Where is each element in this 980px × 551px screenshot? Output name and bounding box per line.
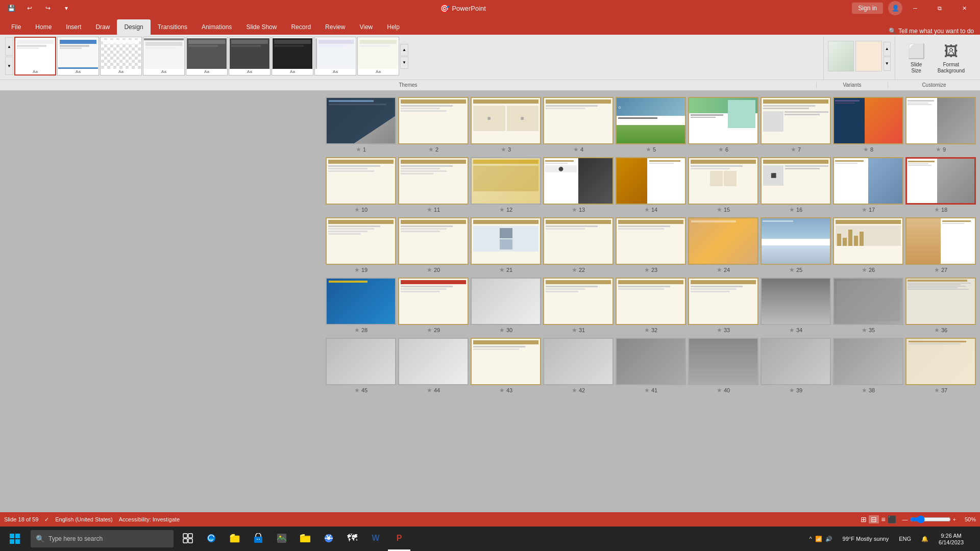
slide-item-21[interactable]: ★ 21 [471, 217, 541, 273]
zoom-slider[interactable] [910, 515, 951, 523]
tab-insert[interactable]: Insert [59, 19, 88, 35]
language-status[interactable]: English (United States) [55, 516, 113, 522]
taskbar-search[interactable]: 🔍 Type here to search [31, 530, 174, 547]
input-indicator[interactable]: ENG [895, 536, 915, 542]
themes-scroll-down[interactable]: ▼ [5, 57, 13, 75]
tab-design[interactable]: Design [117, 19, 150, 35]
tab-help[interactable]: Help [380, 19, 407, 35]
slide-item-10[interactable]: ★ 10 [326, 157, 396, 213]
slide-item-13[interactable]: ⚫ ★ 13 [543, 157, 614, 213]
slide-item-28[interactable]: ★ 28 [326, 278, 396, 334]
slide-item-38[interactable]: ★ 38 [833, 338, 903, 394]
slide-item-22[interactable]: ★ 22 [543, 217, 614, 273]
save-button[interactable]: 💾 [4, 1, 18, 15]
minimize-button[interactable]: ─ [903, 0, 927, 16]
restore-button[interactable]: ⧉ [928, 0, 951, 16]
spell-check-status[interactable]: ✓ [44, 516, 49, 523]
slide-item-3[interactable]: ▦ ▦ ★ 3 [471, 97, 541, 153]
slide-item-36[interactable]: ★ 36 [905, 278, 976, 334]
slide-size-button[interactable]: ⬜ SlideSize [903, 41, 929, 76]
file-explorer-button[interactable] [294, 527, 316, 551]
format-background-button[interactable]: 🖼 FormatBackground [934, 41, 969, 76]
theme-item-3[interactable]: Aa [100, 37, 142, 76]
slide-item-6[interactable]: ★ 6 [688, 97, 758, 153]
variant-item-1[interactable] [828, 41, 854, 71]
variants-down[interactable]: ▼ [884, 57, 891, 71]
customize-quick-access-button[interactable]: ▾ [59, 1, 74, 15]
theme-item-6[interactable]: Aa [229, 37, 271, 76]
view-slide-sorter-button[interactable]: ⊟ [869, 515, 879, 523]
start-button[interactable] [2, 527, 28, 551]
store-button[interactable] [247, 527, 270, 551]
theme-item-7[interactable]: Aa [272, 37, 313, 76]
slide-sorter[interactable]: ★ 9 ★ 8 [0, 91, 980, 512]
slide-item-2[interactable]: ★ 2 [398, 97, 469, 153]
slide-item-26[interactable]: ★ 26 [833, 217, 903, 273]
edge-button[interactable] [200, 527, 223, 551]
slide-item-14[interactable]: ★ 14 [616, 157, 686, 213]
sign-in-button[interactable]: Sign in [852, 3, 883, 14]
slide-item-34[interactable]: ★ 34 [761, 278, 831, 334]
variant-item-2[interactable] [855, 41, 882, 71]
slide-item-44[interactable]: ★ 44 [398, 338, 469, 394]
theme-item-5[interactable]: Aa [186, 37, 228, 76]
redo-button[interactable]: ↪ [41, 1, 55, 15]
slide-item-29[interactable]: ★ 29 [398, 278, 469, 334]
view-normal-button[interactable]: ⊞ [861, 515, 867, 523]
slide-item-40[interactable]: ★ 40 [688, 338, 758, 394]
tab-review[interactable]: Review [318, 19, 352, 35]
user-avatar[interactable]: 👤 [888, 1, 902, 15]
slide-item-9[interactable]: ★ 9 [905, 97, 976, 153]
slide-item-43[interactable]: ★ 43 [471, 338, 541, 394]
tab-slide-show[interactable]: Slide Show [239, 19, 284, 35]
tab-view[interactable]: View [352, 19, 380, 35]
slide-item-5[interactable]: ⊙ ★ 5 [616, 97, 686, 153]
undo-button[interactable]: ↩ [22, 1, 37, 15]
slide-item-23[interactable]: ★ 23 [616, 217, 686, 273]
battery-wifi-area[interactable]: 99°F Mostly sunny [839, 536, 893, 542]
slide-item-19[interactable]: ★ 19 [326, 217, 396, 273]
word-button[interactable]: W [364, 527, 387, 551]
themes-scroll-up[interactable]: ▲ [5, 37, 13, 56]
slide-item-8[interactable]: ★ 8 [833, 97, 903, 153]
slide-item-39[interactable]: ★ 39 [761, 338, 831, 394]
slide-item-1[interactable]: ★ 1 [326, 97, 396, 153]
slide-item-12[interactable]: ★ 12 [471, 157, 541, 213]
gallery-button[interactable] [271, 527, 293, 551]
slide-item-45[interactable]: ★ 45 [326, 338, 396, 394]
view-reading-button[interactable]: ≡ [881, 515, 885, 523]
theme-item-8[interactable]: Aa [314, 37, 356, 76]
slide-item-27[interactable]: ★ 27 [905, 217, 976, 273]
slide-item-20[interactable]: ★ 20 [398, 217, 469, 273]
slide-item-33[interactable]: ★ 33 [688, 278, 758, 334]
explorer-button[interactable] [224, 527, 246, 551]
theme-item-9[interactable]: Aa [357, 37, 399, 76]
theme-item-1[interactable]: Aa [14, 37, 56, 76]
show-desktop-button[interactable] [970, 527, 974, 551]
slide-item-42[interactable]: ★ 42 [543, 338, 614, 394]
slide-item-30[interactable]: ★ 30 [471, 278, 541, 334]
slide-item-24[interactable]: ★ 24 [688, 217, 758, 273]
slide-item-11[interactable]: ★ 11 [398, 157, 469, 213]
notification-area[interactable]: 🔔 [917, 536, 933, 542]
close-button[interactable]: ✕ [952, 0, 976, 16]
slide-item-32[interactable]: ★ 32 [616, 278, 686, 334]
slide-item-25[interactable]: ★ 25 [761, 217, 831, 273]
accessibility-status[interactable]: Accessibility: Investigate [119, 516, 180, 522]
tab-record[interactable]: Record [284, 19, 318, 35]
tab-file[interactable]: File [4, 19, 28, 35]
slide-item-18[interactable]: ★ 18 [905, 157, 976, 213]
slide-item-15[interactable]: ★ 15 [688, 157, 758, 213]
theme-item-2[interactable]: Aa [57, 37, 99, 76]
slide-item-31[interactable]: ★ 31 [543, 278, 614, 334]
maps-button[interactable]: 🗺 [341, 527, 363, 551]
slide-item-4[interactable]: ★ 4 [543, 97, 614, 153]
system-icons[interactable]: ^ 📶 🔊 [805, 536, 836, 542]
tell-me-input[interactable]: 🔍 Tell me what you want to do [883, 28, 980, 35]
powerpoint-button[interactable]: P [388, 527, 410, 551]
slide-item-7[interactable]: ★ 7 [761, 97, 831, 153]
themes-more-button[interactable]: ▲ ▼ [400, 37, 408, 76]
tab-animations[interactable]: Animations [194, 19, 239, 35]
tab-home[interactable]: Home [28, 19, 59, 35]
tab-draw[interactable]: Draw [88, 19, 117, 35]
